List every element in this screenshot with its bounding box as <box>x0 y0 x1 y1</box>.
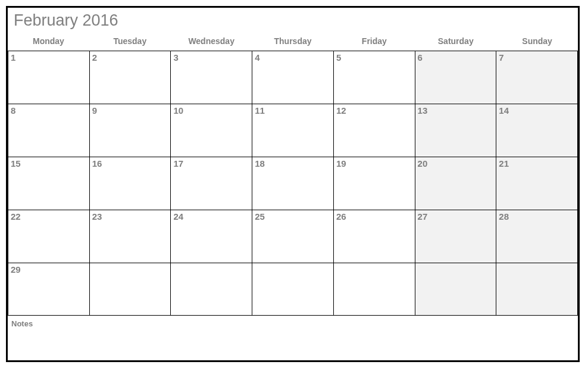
title-row: February 2016 <box>8 8 578 33</box>
day-number: 10 <box>173 105 183 116</box>
day-cell[interactable]: 27 <box>415 210 496 263</box>
day-number: 21 <box>499 158 509 169</box>
day-cell[interactable] <box>252 263 333 316</box>
day-number: 22 <box>11 211 21 222</box>
weekday-header: Wednesday <box>171 33 252 51</box>
day-cell[interactable]: 2 <box>89 51 171 104</box>
day-number: 4 <box>255 52 259 63</box>
day-number: 23 <box>92 211 102 222</box>
day-number: 7 <box>499 52 503 63</box>
day-cell[interactable]: 13 <box>415 104 496 157</box>
day-cell[interactable]: 12 <box>333 104 415 157</box>
day-cell[interactable]: 10 <box>170 104 252 157</box>
day-number: 9 <box>92 105 97 116</box>
calendar-grid: 1234567891011121314151617181920212223242… <box>8 51 578 316</box>
day-cell[interactable]: 23 <box>89 210 171 263</box>
day-cell[interactable]: 15 <box>8 157 89 210</box>
day-cell[interactable] <box>415 263 496 316</box>
weekday-header: Sunday <box>496 33 578 51</box>
day-cell[interactable]: 26 <box>333 210 415 263</box>
day-cell[interactable]: 21 <box>496 157 578 210</box>
day-number: 19 <box>336 158 346 169</box>
day-cell[interactable]: 4 <box>252 51 333 104</box>
week-row: 891011121314 <box>8 104 578 157</box>
week-row: 1234567 <box>8 51 578 104</box>
day-number: 20 <box>418 158 428 169</box>
day-cell[interactable]: 16 <box>89 157 171 210</box>
day-number: 17 <box>173 158 183 169</box>
day-number: 11 <box>255 105 265 116</box>
day-cell[interactable]: 19 <box>333 157 415 210</box>
day-cell[interactable]: 14 <box>496 104 578 157</box>
week-row: 29 <box>8 263 578 316</box>
day-number: 25 <box>255 211 265 222</box>
day-cell[interactable]: 8 <box>8 104 89 157</box>
day-cell[interactable]: 6 <box>415 51 496 104</box>
day-number: 18 <box>255 158 265 169</box>
weekday-header: Monday <box>8 33 89 51</box>
day-number: 14 <box>499 105 509 116</box>
day-cell[interactable]: 1 <box>8 51 89 104</box>
day-number: 15 <box>11 158 21 169</box>
day-number: 8 <box>11 105 15 116</box>
notes-section[interactable]: Notes <box>8 316 578 360</box>
day-cell[interactable]: 24 <box>170 210 252 263</box>
day-number: 5 <box>336 52 341 63</box>
weekday-header: Thursday <box>252 33 334 51</box>
day-number: 27 <box>418 211 428 222</box>
day-cell[interactable]: 22 <box>8 210 89 263</box>
day-cell[interactable] <box>170 263 252 316</box>
notes-label: Notes <box>11 319 33 328</box>
day-number: 13 <box>418 105 428 116</box>
day-cell[interactable]: 29 <box>8 263 89 316</box>
weekday-header: Friday <box>333 33 415 51</box>
day-cell[interactable] <box>333 263 415 316</box>
day-number: 24 <box>173 211 183 222</box>
weekday-header: Saturday <box>415 33 496 51</box>
day-cell[interactable]: 9 <box>89 104 171 157</box>
day-cell[interactable]: 20 <box>415 157 496 210</box>
day-cell[interactable]: 28 <box>496 210 578 263</box>
day-number: 3 <box>173 52 178 63</box>
week-row: 22232425262728 <box>8 210 578 263</box>
day-cell[interactable]: 7 <box>496 51 578 104</box>
weekday-header: Tuesday <box>89 33 171 51</box>
day-number: 29 <box>11 264 21 275</box>
week-row: 15161718192021 <box>8 157 578 210</box>
day-cell[interactable]: 5 <box>333 51 415 104</box>
day-number: 6 <box>418 52 423 63</box>
day-number: 26 <box>336 211 346 222</box>
day-cell[interactable] <box>496 263 578 316</box>
day-cell[interactable]: 11 <box>252 104 333 157</box>
day-number: 2 <box>92 52 97 63</box>
day-number: 28 <box>499 211 509 222</box>
day-cell[interactable] <box>89 263 171 316</box>
day-cell[interactable]: 3 <box>170 51 252 104</box>
day-number: 1 <box>11 52 15 63</box>
day-cell[interactable]: 25 <box>252 210 333 263</box>
calendar-frame: February 2016 Monday Tuesday Wednesday T… <box>6 6 580 362</box>
day-cell[interactable]: 17 <box>170 157 252 210</box>
day-number: 16 <box>92 158 102 169</box>
calendar-title: February 2016 <box>14 11 118 29</box>
weekday-header-row: Monday Tuesday Wednesday Thursday Friday… <box>8 33 578 51</box>
day-cell[interactable]: 18 <box>252 157 333 210</box>
day-number: 12 <box>336 105 346 116</box>
